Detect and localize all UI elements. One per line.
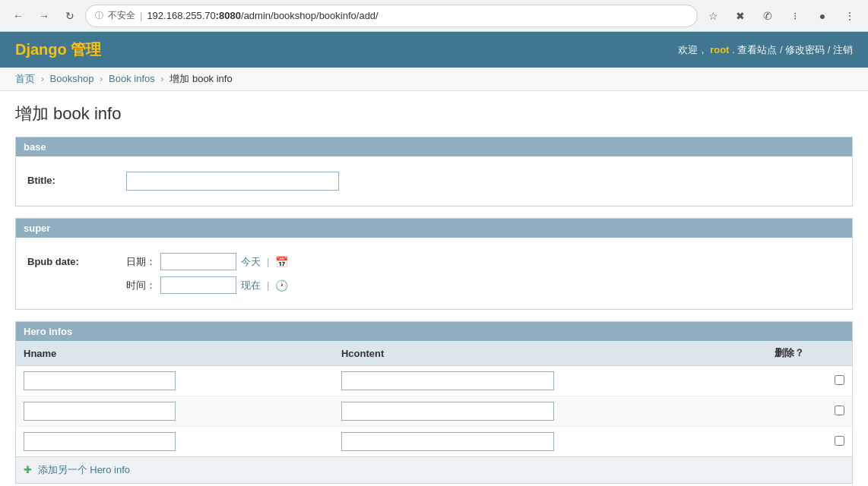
th-delete: 删除？	[767, 341, 852, 366]
bookmark-icon[interactable]: ☆	[702, 5, 724, 27]
address-bar[interactable]: ⓘ 不安全 | 192.168.255.70:8080/admin/booksh…	[85, 5, 698, 27]
hero-infos-table: Hname Hcontent 删除？	[16, 341, 852, 456]
hname-input-2[interactable]	[24, 432, 176, 451]
breadcrumb-current: 增加 book info	[169, 73, 232, 84]
add-icon: ✚	[24, 464, 32, 475]
datetime-inputs: 日期： 今天 | 📅 时间： 现在 | 🕐	[126, 253, 288, 294]
bpub-date-label: Bpub date:	[27, 253, 126, 267]
table-row	[16, 427, 852, 457]
username: root	[710, 44, 729, 55]
today-link[interactable]: 今天	[241, 255, 261, 269]
hcontent-cell	[334, 427, 767, 457]
hname-cell	[16, 396, 334, 427]
super-fieldset-body: Bpub date: 日期： 今天 | 📅 时间：	[16, 238, 852, 309]
table-row	[16, 366, 852, 396]
breadcrumb-sep1: ›	[41, 73, 44, 84]
btitle-input-container	[126, 172, 339, 191]
time-input[interactable]	[160, 276, 236, 294]
delete-checkbox-1[interactable]	[835, 406, 844, 415]
add-another-link[interactable]: ✚ 添加另一个 Hero info	[24, 464, 130, 475]
th-hcontent: Hcontent	[334, 341, 767, 366]
time-row: 时间： 现在 | 🕐	[126, 276, 288, 294]
welcome-text: 欢迎，	[678, 44, 708, 55]
back-button[interactable]: ←	[8, 5, 29, 27]
bpub-date-row: Bpub date: 日期： 今天 | 📅 时间：	[27, 247, 841, 300]
clock-icon[interactable]: 🕐	[275, 279, 288, 292]
url-separator: |	[140, 10, 142, 21]
change-password-link[interactable]: 修改密码	[785, 44, 825, 55]
date-label: 日期：	[126, 255, 156, 269]
hero-table-body	[16, 366, 852, 457]
logout-link[interactable]: 注销	[833, 44, 853, 55]
slash2: /	[828, 44, 833, 55]
grid-icon[interactable]: ⁝	[784, 5, 806, 27]
extension-icon[interactable]: ✖	[730, 5, 751, 27]
breadcrumb-bookshop[interactable]: Bookshop	[50, 73, 94, 84]
url-port: :8080	[216, 10, 241, 21]
th-hname: Hname	[16, 341, 334, 366]
url-prefix: 192.168.255.70	[147, 10, 215, 21]
base-fieldset-header: base	[16, 137, 852, 156]
now-link[interactable]: 现在	[241, 279, 261, 292]
hcontent-cell	[334, 396, 767, 427]
btitle-row: Btitle:	[27, 166, 841, 197]
profile-icon[interactable]: ●	[812, 5, 833, 27]
table-row	[16, 396, 852, 427]
date-sep: |	[267, 256, 269, 267]
add-another-container: ✚ 添加另一个 Hero info	[16, 456, 852, 483]
super-fieldset-header: super	[16, 219, 852, 238]
main-content: 增加 book info base Btitle: super Bpub dat…	[0, 91, 868, 486]
time-label: 时间：	[126, 279, 156, 292]
admin-header: Django 管理 欢迎， root . 查看站点 / 修改密码 / 注销	[0, 32, 868, 68]
delete-cell	[767, 366, 852, 396]
delete-cell	[767, 427, 852, 457]
url-text: 192.168.255.70:8080/admin/bookshop/booki…	[147, 10, 688, 21]
hero-table-header-row: Hname Hcontent 删除？	[16, 341, 852, 366]
hero-infos-section: Hero infos Hname Hcontent 删除？ ✚ 添加另一个 He…	[15, 321, 853, 484]
delete-checkbox-0[interactable]	[835, 375, 844, 385]
user-info: 欢迎， root . 查看站点 / 修改密码 / 注销	[678, 43, 854, 57]
hname-input-1[interactable]	[24, 402, 176, 421]
menu-icon[interactable]: ⋮	[839, 5, 860, 27]
breadcrumb-sep2: ›	[100, 73, 103, 84]
page-title: 增加 book info	[15, 103, 853, 125]
base-fieldset-body: Btitle:	[16, 156, 852, 206]
base-fieldset: base Btitle:	[15, 137, 853, 207]
btitle-input[interactable]	[126, 172, 339, 191]
hcontent-cell	[334, 366, 767, 396]
browser-chrome: ← → ↻ ⓘ 不安全 | 192.168.255.70:8080/admin/…	[0, 0, 868, 32]
forward-button[interactable]: →	[33, 5, 55, 27]
btitle-label: Btitle:	[27, 172, 126, 186]
hero-infos-header: Hero infos	[16, 322, 852, 341]
calendar-icon[interactable]: 📅	[275, 256, 288, 268]
delete-checkbox-2[interactable]	[835, 436, 844, 446]
hname-cell	[16, 366, 334, 396]
hcontent-input-0[interactable]	[341, 371, 554, 390]
super-fieldset: super Bpub date: 日期： 今天 | 📅 时间：	[15, 218, 853, 310]
view-site-link[interactable]: 查看站点	[737, 44, 777, 55]
datetime-group: 日期： 今天 | 📅 时间： 现在 | 🕐	[126, 253, 288, 294]
lock-icon: ⓘ	[95, 10, 103, 21]
date-row: 日期： 今天 | 📅	[126, 253, 288, 270]
hcontent-input-2[interactable]	[341, 432, 554, 451]
breadcrumb-bookinfos[interactable]: Book infos	[109, 73, 155, 84]
breadcrumb-home[interactable]: 首页	[15, 73, 35, 84]
delete-cell	[767, 396, 852, 427]
reload-button[interactable]: ↻	[59, 5, 81, 27]
url-suffix: /admin/bookshop/bookinfo/add/	[241, 10, 379, 21]
breadcrumb-sep3: ›	[160, 73, 163, 84]
hname-input-0[interactable]	[24, 371, 176, 390]
not-secure-label: 不安全	[108, 9, 135, 22]
date-input[interactable]	[160, 253, 236, 270]
add-another-label: 添加另一个 Hero info	[38, 464, 130, 475]
hname-cell	[16, 427, 334, 457]
phone-icon[interactable]: ✆	[757, 5, 778, 27]
time-sep: |	[267, 279, 269, 291]
hcontent-input-1[interactable]	[341, 402, 554, 421]
breadcrumb: 首页 › Bookshop › Book infos › 增加 book inf…	[0, 68, 868, 91]
browser-icons: ☆ ✖ ✆ ⁝ ● ⋮	[702, 5, 860, 27]
admin-title: Django 管理	[15, 39, 101, 60]
period: .	[732, 44, 735, 55]
